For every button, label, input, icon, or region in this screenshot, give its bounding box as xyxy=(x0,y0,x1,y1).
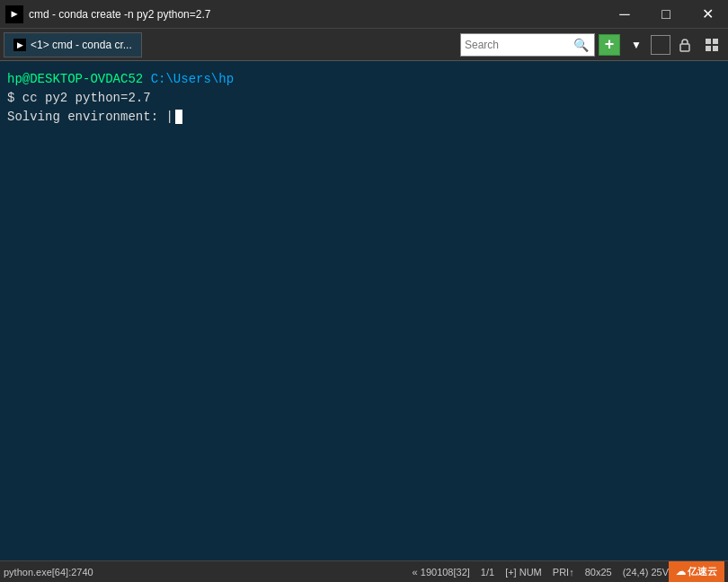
title-bar-icon: ▶ xyxy=(5,5,23,23)
tab-icon: ▶ xyxy=(13,39,26,51)
title-bar: ▶ cmd - conda create -n py2 python=2.7 ─… xyxy=(0,0,728,29)
status-left: python.exe[64]:2740 xyxy=(4,567,413,578)
add-button[interactable]: + xyxy=(599,34,620,56)
output-text: Solving environment: | xyxy=(7,110,173,124)
status-item-1: 1/1 xyxy=(481,567,494,578)
minimize-button[interactable]: ─ xyxy=(604,0,645,29)
svg-rect-3 xyxy=(706,46,711,51)
search-input[interactable] xyxy=(461,37,569,53)
lock-icon xyxy=(678,38,692,52)
status-brand: ☁ 亿速云 xyxy=(669,561,724,583)
grid-icon xyxy=(705,38,719,52)
title-bar-text: cmd - conda create -n py2 python=2.7 xyxy=(29,8,604,21)
tab-label: <1> cmd - conda cr... xyxy=(31,39,132,51)
svg-rect-2 xyxy=(713,39,718,44)
toolbar-buttons: + ▼ xyxy=(599,32,724,57)
output-line: Solving environment: | xyxy=(7,108,721,127)
search-button[interactable]: 🔍 xyxy=(569,33,592,57)
svg-rect-1 xyxy=(706,39,711,44)
status-item-2: [+] NUM xyxy=(505,567,542,578)
tab-item[interactable]: ▶ <1> cmd - conda cr... xyxy=(4,32,142,57)
prompt-user: hp@DESKTOP-OVDAC52 xyxy=(7,72,143,86)
status-item-4: 80x25 xyxy=(585,567,612,578)
terminal-area[interactable]: hp@DESKTOP-OVDAC52 C:\Users\hp $ cc py2 … xyxy=(0,61,728,560)
search-box: 🔍 xyxy=(460,33,595,57)
grid-button[interactable] xyxy=(699,32,724,57)
prompt-path: C:\Users\hp xyxy=(143,72,234,86)
layout-button[interactable] xyxy=(651,35,670,55)
title-bar-controls: ─ □ ✕ xyxy=(604,0,728,29)
dropdown-button[interactable]: ▼ xyxy=(624,32,649,57)
brand-icon: ☁ xyxy=(676,566,686,578)
brand-text: 亿速云 xyxy=(688,565,717,578)
status-item-0: « 190108[32] xyxy=(413,567,470,578)
lock-button[interactable] xyxy=(672,32,697,57)
app-icon: ▶ xyxy=(11,7,17,21)
status-item-3: PRI↑ xyxy=(553,567,574,578)
svg-rect-0 xyxy=(680,44,689,51)
status-bar: python.exe[64]:2740 « 190108[32] 1/1 [+]… xyxy=(0,560,728,582)
cursor xyxy=(175,110,182,124)
tab-bar: ▶ <1> cmd - conda cr... 🔍 + ▼ xyxy=(0,29,728,61)
status-item-5: (24,4) 25V xyxy=(623,567,669,578)
prompt-line: hp@DESKTOP-OVDAC52 C:\Users\hp xyxy=(7,70,721,89)
svg-rect-4 xyxy=(713,46,718,51)
close-button[interactable]: ✕ xyxy=(687,0,728,29)
maximize-button[interactable]: □ xyxy=(645,0,687,29)
command-line: $ cc py2 python=2.7 xyxy=(7,89,721,108)
status-right: « 190108[32] 1/1 [+] NUM PRI↑ 80x25 (24,… xyxy=(413,567,669,578)
